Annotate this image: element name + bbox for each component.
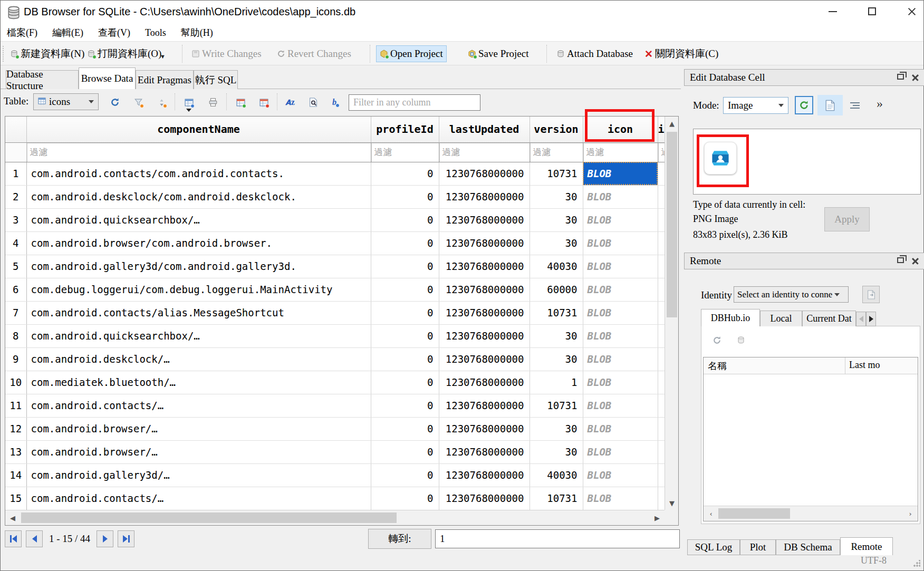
cell-lastUpdated[interactable]: 1230768000000 <box>439 394 530 417</box>
cell-version[interactable]: 10731 <box>530 487 583 510</box>
table-row[interactable]: 6 com.debug.loggerui/com.debug.loggerui.… <box>5 278 665 301</box>
tab-scroll-right-icon[interactable] <box>866 312 876 326</box>
dock-tab-db-schema[interactable]: DB Schema <box>776 539 840 555</box>
tab-edit-pragmas[interactable]: Edit Pragmas <box>136 70 194 89</box>
cell-profileId[interactable]: 0 <box>371 463 439 487</box>
cell-icon-blob[interactable]: BLOB <box>583 162 658 185</box>
cell-profileId[interactable]: 0 <box>371 185 439 208</box>
cell-lastUpdated[interactable]: 1230768000000 <box>439 208 530 231</box>
cell-profileId[interactable]: 0 <box>371 417 439 440</box>
filter-profileId[interactable]: 過濾 <box>371 142 439 162</box>
horizontal-scrollbar[interactable]: ◀ ▶ <box>5 510 665 525</box>
cell-profileId[interactable]: 0 <box>371 347 439 371</box>
remote-scroll-thumb[interactable] <box>718 508 790 519</box>
vertical-scrollbar[interactable]: ▲ ▼ <box>665 117 678 510</box>
tab-execute-sql[interactable]: 執行 SQL <box>194 70 238 89</box>
table-row[interactable]: 3 com.android.quicksearchbox/… 0 1230768… <box>5 208 665 231</box>
open-database-button[interactable]: 打開資料庫(O) <box>84 45 165 62</box>
filter-ic-partial[interactable]: 過濾 <box>658 142 665 162</box>
import-data-button[interactable] <box>795 96 813 114</box>
cell-lastUpdated[interactable]: 1230768000000 <box>439 255 530 278</box>
cell-icon-blob[interactable]: BLOB <box>583 371 658 394</box>
edit-cell-button[interactable]: b <box>328 94 345 111</box>
cell-profileId[interactable]: 0 <box>371 208 439 231</box>
cell-lastUpdated[interactable]: 1230768000000 <box>439 324 530 347</box>
write-changes-button[interactable]: Write Changes <box>188 45 265 62</box>
cell-componentName[interactable]: com.android.contacts/… <box>26 487 371 510</box>
cell-icon-blob[interactable]: BLOB <box>583 231 658 255</box>
close-dock-icon[interactable] <box>911 74 919 81</box>
cell-profileId[interactable]: 0 <box>371 371 439 394</box>
tab-database-structure[interactable]: Database Structure <box>6 70 79 89</box>
scroll-right-icon[interactable]: ▶ <box>650 510 665 525</box>
dock-tab-plot[interactable]: Plot <box>740 539 776 555</box>
cell-ic-partial[interactable] <box>658 208 665 231</box>
cell-lastUpdated[interactable]: 1230768000000 <box>439 185 530 208</box>
minimize-button[interactable] <box>821 3 845 21</box>
cell-version[interactable]: 30 <box>530 347 583 371</box>
cell-profileId[interactable]: 0 <box>371 255 439 278</box>
cell-lastUpdated[interactable]: 1230768000000 <box>439 301 530 324</box>
cell-icon-blob[interactable]: BLOB <box>583 487 658 510</box>
close-database-button[interactable]: ✕ 關閉資料庫(C) <box>641 45 721 62</box>
dock-tab-remote[interactable]: Remote <box>840 537 893 555</box>
cell-ic-partial[interactable] <box>658 278 665 301</box>
cell-icon-blob[interactable]: BLOB <box>583 185 658 208</box>
cell-profileId[interactable]: 0 <box>371 162 439 185</box>
column-header-icon[interactable]: icon <box>583 117 658 142</box>
cell-componentName[interactable]: com.android.browser/… <box>26 417 371 440</box>
print-button[interactable] <box>204 94 222 111</box>
remote-tab-dbhub[interactable]: DBHub.io <box>701 309 760 326</box>
filter-lastUpdated[interactable]: 過濾 <box>439 142 530 162</box>
cell-version[interactable]: 10731 <box>530 162 583 185</box>
cell-ic-partial[interactable] <box>658 185 665 208</box>
goto-button[interactable]: 轉到: <box>368 529 431 549</box>
cell-icon-blob[interactable]: BLOB <box>583 394 658 417</box>
tab-scroll-left-icon[interactable] <box>856 312 866 326</box>
filter-input[interactable] <box>349 94 480 111</box>
cell-icon-blob[interactable]: BLOB <box>583 301 658 324</box>
last-page-button[interactable] <box>118 530 134 547</box>
cell-profileId[interactable]: 0 <box>371 487 439 510</box>
column-header-lastUpdated[interactable]: lastUpdated <box>439 117 530 142</box>
scroll-right-icon[interactable]: › <box>904 506 917 521</box>
cell-componentName[interactable]: com.android.quicksearchbox/… <box>26 208 371 231</box>
table-row[interactable]: 4 com.android.browser/com.android.browse… <box>5 231 665 255</box>
scroll-up-icon[interactable]: ▲ <box>665 117 679 130</box>
cell-version[interactable]: 10731 <box>530 301 583 324</box>
horizontal-scroll-thumb[interactable] <box>21 512 397 523</box>
identity-selector[interactable]: Select an identity to conne <box>734 286 849 303</box>
goto-record-input[interactable] <box>435 529 680 548</box>
cell-version[interactable]: 60000 <box>530 278 583 301</box>
tab-browse-data[interactable]: Browse Data <box>79 67 136 89</box>
cell-version[interactable]: 30 <box>530 417 583 440</box>
table-row[interactable]: 12 com.android.browser/… 0 1230768000000… <box>5 417 665 440</box>
cell-componentName[interactable]: com.android.gallery3d/com.android.galler… <box>26 255 371 278</box>
cell-profileId[interactable]: 0 <box>371 394 439 417</box>
cell-version[interactable]: 40030 <box>530 463 583 487</box>
cell-version[interactable]: 40030 <box>530 255 583 278</box>
open-project-button[interactable]: Open Project <box>376 45 447 62</box>
cell-icon-blob[interactable]: BLOB <box>583 417 658 440</box>
name-column-header[interactable]: 名稱 <box>708 360 727 372</box>
cell-componentName[interactable]: com.android.contacts/… <box>26 394 371 417</box>
corner-header[interactable] <box>5 117 26 142</box>
remote-list-horizontal-scrollbar[interactable]: ‹ › <box>704 506 918 521</box>
cell-ic-partial[interactable] <box>658 463 665 487</box>
close-button[interactable] <box>900 3 924 21</box>
cell-ic-partial[interactable] <box>658 487 665 510</box>
previous-page-button[interactable] <box>26 530 43 547</box>
cell-ic-partial[interactable] <box>658 301 665 324</box>
table-selector[interactable]: icons <box>33 93 99 110</box>
cell-lastUpdated[interactable]: 1230768000000 <box>439 417 530 440</box>
menu-tools[interactable]: Tools <box>145 27 166 38</box>
cell-componentName[interactable]: com.android.quicksearchbox/… <box>26 324 371 347</box>
insert-record-menu-button[interactable] <box>180 94 198 111</box>
cell-icon-blob[interactable]: BLOB <box>583 463 658 487</box>
apply-button[interactable]: Apply <box>824 207 870 231</box>
table-row[interactable]: 11 com.android.contacts/… 0 123076800000… <box>5 394 665 417</box>
filter-icon[interactable]: 過濾 <box>583 142 658 162</box>
column-header-componentName[interactable]: componentName <box>26 117 371 142</box>
save-filter-button[interactable] <box>152 94 170 111</box>
cell-icon-blob[interactable]: BLOB <box>583 255 658 278</box>
